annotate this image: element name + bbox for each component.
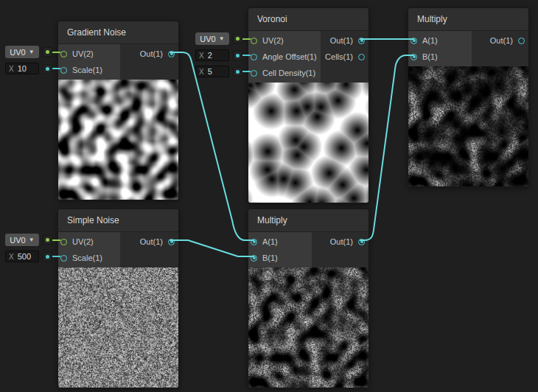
field-value: 5 (208, 67, 212, 76)
chevron-down-icon: ▼ (219, 36, 225, 42)
port-row-out[interactable]: Out(1) (312, 234, 368, 250)
port-row-scale[interactable]: Scale(1) (58, 250, 120, 266)
port-row-b[interactable]: B(1) (408, 49, 472, 65)
stub-dot (46, 67, 49, 71)
node-title: Voronoi (248, 8, 368, 31)
dropdown-value: UV0 (10, 48, 25, 57)
uv-channel-dropdown[interactable]: UV0 ▼ (5, 46, 39, 58)
node-preview (58, 267, 178, 388)
node-gradient-noise[interactable]: Gradient Noise UV(2) Scale(1) Out(1) (57, 21, 179, 200)
field-value: 2 (208, 51, 212, 60)
input-port-uv[interactable] (60, 51, 67, 57)
port-label: UV(2) (262, 36, 284, 45)
chevron-down-icon: ▼ (29, 49, 35, 55)
port-label: Out(1) (330, 36, 353, 45)
port-row-out[interactable]: Out(1) (120, 234, 178, 250)
stub-dot (46, 238, 49, 242)
angle-offset-value-field[interactable]: X 2 (195, 49, 229, 61)
node-multiply-bottom[interactable]: Multiply A(1) B(1) Out(1) (248, 209, 369, 388)
port-stub[interactable] (233, 34, 242, 43)
port-label: Out(1) (330, 237, 353, 246)
port-stub[interactable] (43, 47, 52, 57)
port-row-a[interactable]: A(1) (408, 32, 472, 49)
field-value: 10 (18, 64, 27, 73)
output-port-cells[interactable] (358, 54, 365, 60)
port-label: Out(1) (140, 237, 163, 246)
port-row-out[interactable]: Out(1) (321, 32, 368, 49)
port-row-uv[interactable]: UV(2) (248, 32, 321, 49)
port-row-scale[interactable]: Scale(1) (58, 62, 120, 78)
field-value: 500 (18, 252, 31, 261)
port-label: Angle Offset(1) (262, 52, 317, 61)
output-port-out[interactable] (358, 239, 365, 245)
control-row-gradient-uv: UV0 ▼ (5, 46, 60, 58)
port-row-uv[interactable]: UV(2) (58, 234, 120, 250)
uv-channel-dropdown[interactable]: UV0 ▼ (5, 234, 39, 246)
scale-value-field[interactable]: X 10 (5, 63, 39, 74)
node-multiply-top[interactable]: Multiply A(1) B(1) Out(1) (408, 7, 529, 187)
input-port-angle-offset[interactable] (251, 54, 257, 60)
input-port-uv[interactable] (60, 239, 67, 245)
output-port-out[interactable] (358, 38, 365, 44)
port-stub[interactable] (43, 64, 52, 74)
port-row-uv[interactable]: UV(2) (58, 46, 120, 62)
wire-gradient-out-to-multiply-a[interactable] (170, 52, 254, 240)
input-port-b[interactable] (411, 54, 417, 60)
node-preview (58, 80, 178, 200)
node-title: Multiply (248, 209, 368, 232)
input-port-b[interactable] (251, 255, 257, 262)
port-row-angle-offset[interactable]: Angle Offset(1) (248, 49, 321, 65)
port-row-cells[interactable]: Cells(1) (321, 49, 368, 65)
output-port-out[interactable] (168, 51, 175, 57)
dropdown-value: UV0 (200, 35, 215, 43)
input-port-scale[interactable] (60, 67, 67, 74)
node-title: Gradient Noise (58, 21, 178, 44)
control-row-gradient-scale: X 10 (5, 63, 60, 74)
output-port-out[interactable] (518, 38, 525, 44)
input-port-uv[interactable] (251, 38, 257, 44)
port-label: B(1) (422, 52, 438, 61)
node-preview (248, 267, 368, 388)
stub-link (52, 256, 60, 257)
port-row-out[interactable]: Out(1) (472, 32, 528, 49)
node-simple-noise[interactable]: Simple Noise UV(2) Scale(1) Out(1) (57, 209, 179, 388)
cell-density-value-field[interactable]: X 5 (195, 66, 229, 77)
node-preview (408, 66, 528, 186)
stub-link (52, 68, 60, 69)
input-port-a[interactable] (251, 239, 257, 245)
port-stub[interactable] (43, 235, 52, 245)
stub-link (52, 52, 60, 53)
uv-channel-dropdown[interactable]: UV0 ▼ (195, 32, 229, 45)
stub-dot (236, 54, 240, 57)
stub-dot (46, 255, 49, 259)
port-row-out[interactable]: Out(1) (120, 46, 178, 62)
port-stub[interactable] (43, 252, 52, 262)
stub-link (242, 55, 251, 56)
port-row-cell-density[interactable]: Cell Density(1) (248, 65, 321, 81)
port-row-a[interactable]: A(1) (248, 234, 312, 250)
input-port-scale[interactable] (60, 255, 67, 262)
control-row-voronoi-density: X 5 (195, 66, 251, 77)
port-label: Scale(1) (72, 66, 102, 74)
stub-dot (236, 37, 240, 41)
wire-simple-out-to-multiply-b[interactable] (170, 240, 254, 256)
control-row-simple-scale: X 500 (5, 251, 60, 262)
control-row-voronoi-uv: UV0 ▼ (195, 32, 251, 45)
control-row-simple-uv: UV0 ▼ (5, 234, 60, 246)
input-port-a[interactable] (411, 38, 417, 44)
field-prefix: X (9, 253, 14, 261)
port-row-b[interactable]: B(1) (248, 250, 312, 266)
stub-dot (236, 70, 240, 74)
stub-link (52, 239, 60, 241)
scale-value-field[interactable]: X 500 (5, 251, 39, 262)
input-port-cell-density[interactable] (251, 70, 257, 77)
stub-dot (46, 50, 49, 54)
stub-link (242, 38, 251, 40)
node-voronoi[interactable]: Voronoi UV(2) Angle Offset(1) Cell Densi… (248, 7, 369, 203)
chevron-down-icon: ▼ (29, 237, 35, 243)
output-port-out[interactable] (168, 239, 175, 245)
shader-graph-canvas[interactable]: Gradient Noise UV(2) Scale(1) Out(1) (0, 0, 538, 392)
port-stub[interactable] (233, 51, 242, 60)
field-prefix: X (9, 65, 14, 73)
port-stub[interactable] (233, 67, 242, 77)
